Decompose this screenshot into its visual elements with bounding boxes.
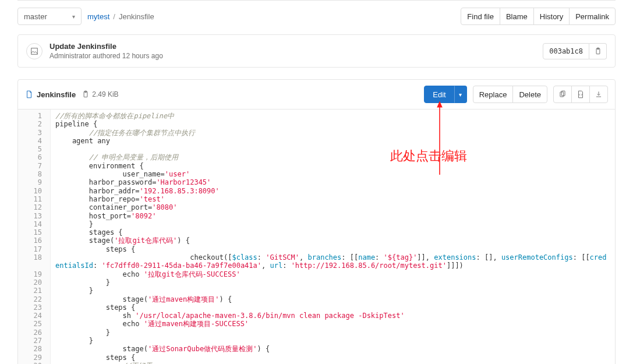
- line-number[interactable]: 2: [18, 120, 45, 128]
- code-line: echo '拉取git仓库代码-SUCCESS': [55, 270, 610, 278]
- file-name: Jenkinsfile: [37, 90, 76, 99]
- line-number[interactable]: 17: [18, 245, 45, 253]
- code-line: steps {: [55, 354, 610, 362]
- line-number[interactable]: 15: [18, 228, 45, 236]
- clipboard-icon: [594, 47, 602, 55]
- code-line: stage('通过SonarQube做代码质量检测') {: [55, 345, 610, 353]
- line-number[interactable]: 30: [18, 362, 45, 364]
- breadcrumb-project[interactable]: mytest: [87, 12, 109, 21]
- line-number[interactable]: 19: [18, 270, 45, 278]
- line-number[interactable]: 10: [18, 187, 45, 195]
- code-line: environment {: [55, 162, 610, 170]
- line-number[interactable]: 28: [18, 345, 45, 353]
- broken-image-icon: [30, 47, 38, 55]
- branch-selected: master: [24, 12, 47, 21]
- code-line: }: [55, 328, 610, 337]
- code-line: harbor_addr='192.168.85.3:8090': [55, 187, 610, 195]
- commit-title: Update Jenkinsfile: [49, 42, 163, 51]
- code-line: host_port='8092': [55, 212, 610, 220]
- line-number[interactable]: 6: [18, 153, 45, 161]
- edit-dropdown[interactable]: ▾: [454, 86, 467, 103]
- chevron-down-icon: ▾: [72, 13, 75, 20]
- line-number[interactable]: 9: [18, 178, 45, 186]
- history-button[interactable]: History: [533, 8, 570, 25]
- line-number[interactable]: 20: [18, 278, 45, 287]
- copy-sha-button[interactable]: [589, 43, 607, 59]
- breadcrumb: mytest / Jenkinsfile: [87, 12, 154, 21]
- line-number[interactable]: 27: [18, 337, 45, 345]
- code-line: stages {: [55, 228, 610, 236]
- code-line: agent any: [55, 137, 610, 145]
- line-number[interactable]: 23: [18, 303, 45, 312]
- code-line: steps {: [55, 245, 610, 253]
- raw-file-button[interactable]: [571, 86, 590, 103]
- line-number[interactable]: 4: [18, 137, 45, 145]
- code-line: [55, 145, 610, 153]
- svg-rect-6: [561, 91, 565, 96]
- line-number[interactable]: 7: [18, 162, 45, 170]
- code-line: }: [55, 287, 610, 295]
- code-line: //指定任务在哪个集群节点中执行: [55, 129, 610, 137]
- download-button[interactable]: [589, 86, 608, 103]
- line-number[interactable]: 3: [18, 129, 45, 137]
- code-line: echo '通过maven构建项目-SUCCESS': [55, 320, 610, 328]
- line-number[interactable]: 12: [18, 203, 45, 211]
- permalink-button[interactable]: Permalink: [569, 8, 616, 25]
- code-line: pipeline {: [55, 120, 610, 128]
- edit-button[interactable]: Edit: [424, 86, 454, 103]
- find-file-button[interactable]: Find file: [461, 8, 500, 25]
- delete-button[interactable]: Delete: [512, 86, 547, 103]
- code-line: container_port='8080': [55, 203, 610, 211]
- commit-meta: Administrator authored 12 hours ago: [49, 52, 163, 60]
- code-line: sh '/usr/local/apache-maven-3.8.6/bin/mv…: [55, 312, 610, 320]
- branch-selector[interactable]: master ▾: [17, 8, 82, 25]
- copy-file-button[interactable]: [553, 86, 572, 103]
- code-line: harbor_password='Harbor12345': [55, 178, 610, 186]
- code-viewer: 1234567891011121314151617181920212223242…: [18, 109, 615, 364]
- line-number[interactable]: 13: [18, 212, 45, 220]
- line-number[interactable]: 18: [18, 253, 45, 270]
- code-line: user_name='user': [55, 170, 610, 178]
- blame-button[interactable]: Blame: [500, 8, 534, 25]
- line-number[interactable]: 14: [18, 220, 45, 228]
- line-number[interactable]: 24: [18, 312, 45, 320]
- code-line: //所有的脚本命令都放在pipeline中: [55, 112, 610, 120]
- replace-button[interactable]: Replace: [473, 86, 514, 103]
- breadcrumb-file: Jenkinsfile: [119, 12, 154, 21]
- code-icon: [577, 90, 585, 98]
- svg-rect-5: [560, 92, 564, 97]
- file-card: Jenkinsfile 2.49 KiB Edit ▾ Replace Dele…: [17, 79, 616, 364]
- line-number[interactable]: 29: [18, 354, 45, 362]
- line-number[interactable]: 25: [18, 320, 45, 328]
- line-number[interactable]: 11: [18, 195, 45, 203]
- line-number[interactable]: 8: [18, 170, 45, 178]
- breadcrumb-sep: /: [113, 12, 115, 21]
- code-line: steps {: [55, 303, 610, 312]
- line-number[interactable]: 1: [18, 112, 45, 120]
- commit-card: Update Jenkinsfile Administrator authore…: [17, 34, 616, 68]
- code-line: // 申明全局变量，后期使用: [55, 153, 610, 161]
- line-number[interactable]: 21: [18, 287, 45, 295]
- file-size: 2.49 KiB: [92, 90, 118, 98]
- code-line: stage('拉取git仓库代码') {: [55, 236, 610, 245]
- code-line: }: [55, 220, 610, 228]
- line-number[interactable]: 26: [18, 328, 45, 337]
- copy-icon: [558, 90, 567, 98]
- svg-rect-0: [31, 48, 38, 54]
- doc-icon: [25, 90, 33, 98]
- line-number[interactable]: 5: [18, 145, 45, 153]
- code-line: //不好弄: [55, 362, 610, 364]
- download-icon: [595, 90, 603, 98]
- line-number[interactable]: 22: [18, 295, 45, 303]
- clipboard-icon: [82, 90, 90, 98]
- code-line: }: [55, 337, 610, 345]
- code-line: stage('通过maven构建项目') {: [55, 295, 610, 303]
- line-number[interactable]: 16: [18, 236, 45, 245]
- avatar: [26, 43, 43, 59]
- code-line: checkout([$class: 'GitSCM', branches: [[…: [55, 253, 610, 270]
- code-line: harbor_repo='test': [55, 195, 610, 203]
- commit-sha: 003ab1c8: [543, 43, 589, 59]
- code-line: }: [55, 278, 610, 287]
